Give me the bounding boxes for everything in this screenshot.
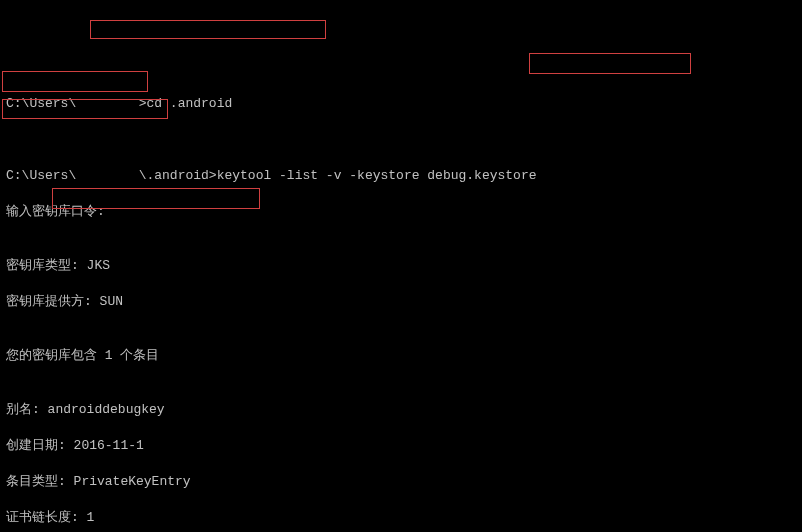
alias-line: 别名: androiddebugkey: [6, 401, 796, 419]
cmd-line-2: C:\Users\ \.android>keytool -list -v -ke…: [6, 167, 796, 185]
keystore-file: debug.keystore: [420, 168, 537, 183]
redacted-user: [76, 96, 138, 111]
prompt-path: C:\Users\: [6, 168, 76, 183]
redacted-user: [76, 168, 138, 183]
enter-password-prompt: 输入密钥库口令:: [6, 203, 796, 221]
cert-chain-length: 证书链长度: 1: [6, 509, 796, 527]
highlight-box: [529, 53, 691, 74]
highlight-box: [90, 20, 326, 39]
blank-line: [6, 131, 796, 149]
creation-date: 创建日期: 2016-11-1: [6, 437, 796, 455]
cmd-keytool: keytool -list -v -keystore: [217, 168, 420, 183]
terminal-output: C:\Users\ >cd .android C:\Users\ \.andro…: [0, 72, 802, 532]
prompt-path: C:\Users\: [6, 96, 76, 111]
prompt-android: \.android>: [139, 168, 217, 183]
cmd-line-1: C:\Users\ >cd .android: [6, 95, 796, 113]
alias-value: androiddebugkey: [40, 402, 165, 417]
keystore-entries: 您的密钥库包含 1 个条目: [6, 347, 796, 365]
cmd-cd: cd .android: [146, 96, 232, 111]
keystore-type: 密钥库类型: JKS: [6, 257, 796, 275]
keystore-provider: 密钥库提供方: SUN: [6, 293, 796, 311]
alias-label: 别名:: [6, 402, 40, 417]
entry-type: 条目类型: PrivateKeyEntry: [6, 473, 796, 491]
